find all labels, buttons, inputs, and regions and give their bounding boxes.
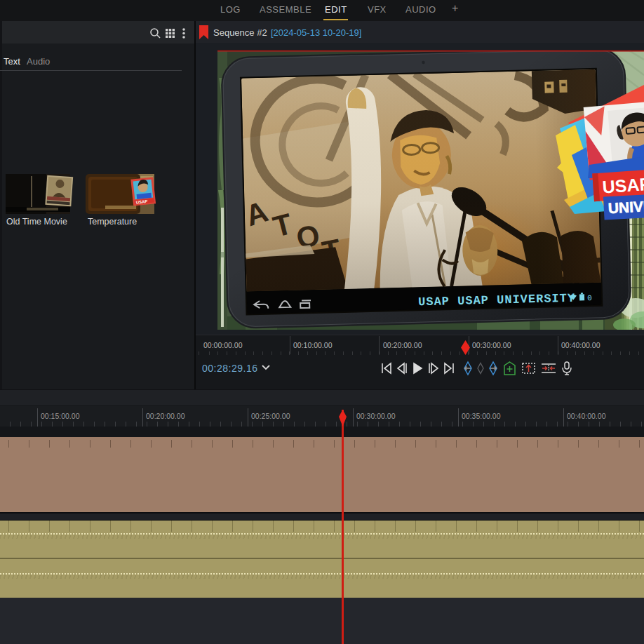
svg-text:USAP: USAP <box>602 174 644 197</box>
svg-text:0: 0 <box>587 294 592 302</box>
svg-text:UNIVE: UNIVE <box>608 198 644 216</box>
